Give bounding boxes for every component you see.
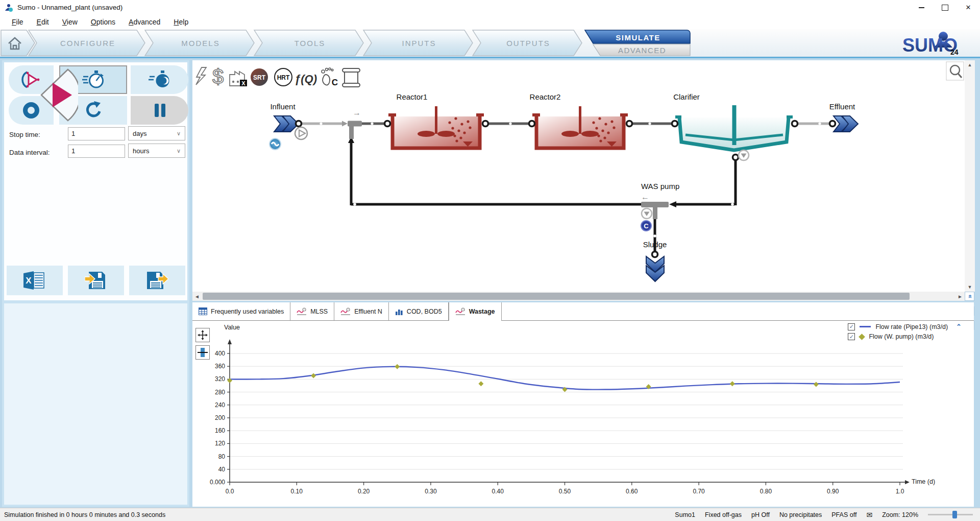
influent-pattern-icon[interactable] [270,138,281,150]
canvas-horizontal-scrollbar[interactable]: ◄ ► [192,292,965,301]
tab-models[interactable]: MODELS [145,30,254,56]
menu-options[interactable]: Options [84,16,122,28]
reactor2-label: Reactor2 [530,92,561,101]
stop-time-input[interactable]: 1 [68,127,125,140]
svg-text:0.90: 0.90 [827,488,839,495]
srt-icon[interactable]: SRT [251,68,268,86]
series1-checkbox[interactable]: ✓ [848,323,855,330]
export-excel-button[interactable]: X [7,266,63,295]
flowsheet-canvas[interactable]: $ X SRT HRT ƒ(Q) [192,60,965,292]
menu-view[interactable]: View [56,16,84,28]
chart-axis-button[interactable] [195,345,210,360]
tab-frequently-used-variables[interactable]: Frequently used variables [192,302,290,320]
overnight-simulation-button[interactable] [131,65,188,94]
flow-pump-point [478,381,483,386]
flow-function-icon[interactable]: ƒ(Q) [295,73,317,85]
envelope-icon[interactable]: ✉ [866,511,872,519]
title-bar: Sumo - Unnamed_plant (unsaved) ✕ [0,0,980,15]
was-valve-icon[interactable] [642,208,652,219]
status-message: Simulation finished in 0 hours 0 minutes… [4,511,165,518]
tab-outputs[interactable]: OUTPUTS [473,30,582,56]
svg-text:0.30: 0.30 [425,488,437,495]
menu-bar: File Edit View Options Advanced Help [0,15,980,29]
report-icon[interactable] [342,68,360,87]
tab-home[interactable] [1,30,35,56]
pump-direction-arrow: ← [641,193,649,201]
pause-button[interactable] [131,96,188,125]
data-interval-unit-select[interactable]: hours∨ [128,144,185,158]
menu-file[interactable]: File [5,16,30,28]
stop-time-label: Stop time: [9,131,40,138]
influent-splitter[interactable] [348,121,362,139]
output-panel: Frequently used variables MLSS Effluent … [192,302,974,507]
svg-text:0.60: 0.60 [626,488,638,495]
save-state-button[interactable] [129,266,185,295]
status-pfas[interactable]: PFAS off [831,511,856,518]
run-simulation-button[interactable] [37,66,78,124]
zoom-slider[interactable] [928,511,973,518]
data-interval-input[interactable]: 1 [68,145,125,158]
double-chevron-up-icon: » [966,294,973,298]
svg-text:0.50: 0.50 [559,488,571,495]
carbon-footprint-icon[interactable]: C [322,68,338,87]
tab-cod-bod5[interactable]: COD, BOD5 [389,302,449,320]
tab-mlss[interactable]: MLSS [290,302,334,320]
effluent-unit[interactable] [834,116,858,132]
clarifier-unit[interactable] [675,105,793,150]
svg-text:INPUTS: INPUTS [402,39,436,48]
hscroll-thumb[interactable] [203,293,910,300]
status-model[interactable]: Sumo1 [675,511,695,518]
tab-simulate[interactable]: SIMULATE [585,30,690,43]
svg-text:120: 120 [215,440,225,447]
chart-plot-area[interactable]: 40036032028024020016012080400.0000.00.10… [192,321,974,507]
load-state-button[interactable] [68,266,124,295]
chart-pan-button[interactable] [195,328,210,342]
maximize-button[interactable] [933,0,957,15]
tab-configure[interactable]: CONFIGURE [29,30,145,56]
status-precipitates[interactable]: No precipitates [779,511,822,518]
series2-checkbox[interactable]: ✓ [848,333,855,340]
axis-tool-icon [198,347,208,358]
flow-pump-point [311,373,316,378]
tab-advanced[interactable]: ADVANCED [593,44,690,56]
canvas-vertical-scrollbar[interactable]: ▲ ▼ [965,60,975,292]
scroll-left-icon[interactable]: ◄ [192,292,202,301]
cost-icon[interactable]: $ [212,65,224,88]
status-ph[interactable]: pH Off [751,511,770,518]
menu-edit[interactable]: Edit [30,16,56,28]
reactor2-unit[interactable] [532,106,628,148]
energy-icon[interactable] [196,67,206,85]
scroll-right-icon[interactable]: ► [955,292,965,301]
svg-text:OUTPUTS: OUTPUTS [506,39,550,48]
tab-inputs[interactable]: INPUTS [363,30,473,56]
scroll-down-icon[interactable]: ▼ [968,282,972,292]
pump-controller-badge[interactable]: C [641,221,651,231]
flow-rate-line [230,367,900,390]
scroll-up-icon[interactable]: ▲ [968,60,972,69]
status-offgas[interactable]: Fixed off-gas [705,511,742,518]
legend-collapse-icon[interactable]: ⌃ [956,323,962,330]
svg-text:0.10: 0.10 [291,488,303,495]
close-button[interactable]: ✕ [957,0,980,15]
tab-effluent-n[interactable]: Effluent N [334,302,389,320]
expand-canvas-button[interactable]: » [965,292,974,301]
influent-pump-icon[interactable] [295,127,307,139]
window-title: Sumo - Unnamed_plant (unsaved) [17,4,122,11]
stop-time-unit-select[interactable]: days∨ [128,126,185,140]
menu-advanced[interactable]: Advanced [122,16,167,28]
zoom-tool[interactable] [946,62,964,80]
flow-direction-arrow: → [353,108,361,117]
svg-text:X: X [26,276,32,286]
clarifier-valve-icon[interactable] [739,150,749,160]
reactor1-unit[interactable] [388,106,484,148]
tab-tools[interactable]: TOOLS [254,30,363,56]
timechart-icon [297,307,307,316]
plant-export-icon[interactable]: X [230,72,247,86]
menu-help[interactable]: Help [167,16,195,28]
zoom-slider-thumb[interactable] [952,511,957,518]
tab-wastage[interactable]: Wastage [449,302,502,321]
sludge-unit[interactable] [646,256,664,281]
recycle-pipes[interactable] [351,141,736,252]
minimize-button[interactable] [910,0,933,15]
hrt-icon[interactable]: HRT [275,68,292,86]
